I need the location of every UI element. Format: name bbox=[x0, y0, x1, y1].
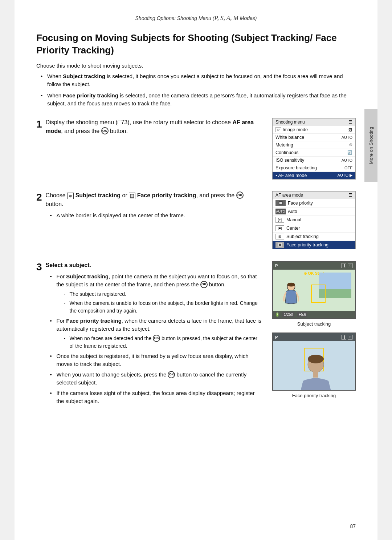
menu-item-af-area: ▪ AF area mode AUTO ▶ bbox=[273, 172, 355, 179]
step-3-content: Select a subject. For Subject tracking, … bbox=[46, 261, 261, 408]
intro-text: Choose this mode to shoot moving subject… bbox=[36, 63, 356, 69]
step-1-para: Display the shooting menu (□73), use the… bbox=[46, 118, 261, 136]
modes-text: P, S, A, M bbox=[214, 15, 238, 21]
subject-tracking-preview: P ▐ □ ⊙ OK Start bbox=[272, 261, 356, 319]
af-label-face-priority: Face priority bbox=[288, 201, 313, 206]
step-2-section: 2 Choose ⊕ Subject tracking or 🔲 Face pr… bbox=[36, 191, 356, 249]
step-3-bullet-yellow: Once the subject is registered, it is fr… bbox=[50, 352, 261, 368]
step-3-number: 3 bbox=[36, 261, 42, 273]
af-label-center: Center bbox=[286, 226, 300, 231]
step-2-bullets: A white border is displayed at the cente… bbox=[46, 211, 261, 220]
step-3-text: 3 Select a subject. For Subject tracking… bbox=[36, 261, 261, 408]
subject-figure bbox=[280, 282, 302, 311]
step-2-para: Choose ⊕ Subject tracking or 🔲 Face prio… bbox=[46, 191, 261, 209]
af-item-manual: [+] Manual bbox=[273, 216, 355, 224]
menu-label-exposure: Exposure bracketing bbox=[275, 165, 317, 170]
dash-unable: When the camera is unable to focus on th… bbox=[64, 299, 261, 315]
menu-val-iso: AUTO bbox=[342, 158, 352, 162]
menu-item-continuous: Continuous 🔄 bbox=[273, 149, 355, 157]
svg-point-5 bbox=[287, 282, 295, 286]
aperture-value: F5.6 bbox=[297, 312, 307, 317]
menu-val-continuous: 🔄 bbox=[347, 150, 352, 155]
menu-label-iso: ISO sensitivity bbox=[275, 158, 304, 163]
face-figure bbox=[299, 354, 328, 390]
shutter-value: 1/250 bbox=[282, 312, 294, 317]
af-item-center: [■] Center bbox=[273, 224, 355, 233]
tracking-box bbox=[311, 285, 326, 303]
page-title: Focusing on Moving Subjects for Shooting… bbox=[36, 32, 356, 57]
af-tag-center: [■] bbox=[275, 225, 284, 231]
subject-svg bbox=[280, 282, 302, 311]
header-text: Shooting Options: Shooting Menu (P, S, A… bbox=[135, 15, 257, 21]
svg-point-7 bbox=[308, 355, 324, 363]
step-3-bullet-loses: If the camera loses sight of the subject… bbox=[50, 389, 261, 406]
face-tracking-caption: Face priority tracking bbox=[272, 393, 356, 398]
af-menu-title-label: AF area mode bbox=[275, 193, 303, 198]
step-1-number: 1 bbox=[36, 118, 42, 130]
af-label-face-tracking: Face priority tracking bbox=[286, 242, 328, 247]
af-label-subject: Subject tracking bbox=[286, 234, 319, 239]
ok-button-icon-2: OK bbox=[236, 192, 244, 199]
menu-label-metering: Metering bbox=[275, 142, 293, 148]
ok-btn-3b: OK bbox=[153, 335, 160, 342]
menu-item-white-balance: White balance AUTO bbox=[273, 134, 355, 141]
face-tracking-preview: P ▐ □ bbox=[272, 333, 356, 391]
preview-top-bar: P ▐ □ bbox=[273, 262, 355, 270]
af-label-auto: Auto bbox=[288, 209, 297, 214]
af-tag-face-tracking: 🔳 bbox=[275, 242, 284, 248]
menu-val-metering: ⊕ bbox=[349, 142, 352, 147]
step-3-dashes-face: When no faces are detected and the OK bu… bbox=[57, 335, 261, 350]
dash-no-face: When no faces are detected and the OK bu… bbox=[64, 335, 261, 350]
step-1-text: 1 Display the shooting menu (□73), use t… bbox=[36, 118, 261, 138]
page-number: 87 bbox=[350, 523, 356, 529]
step-3-bullet-subject: For Subject tracking, point the camera a… bbox=[50, 273, 261, 315]
intro-bullet-2: When Face priority tracking is selected,… bbox=[41, 92, 356, 108]
af-tag-manual: [+] bbox=[275, 217, 284, 223]
step-1-content: Display the shooting menu (□73), use the… bbox=[46, 118, 261, 138]
ok-btn-3a: OK bbox=[200, 281, 208, 288]
shooting-menu-title-label: Shooting menu bbox=[275, 120, 305, 125]
face-p-badge: P bbox=[275, 335, 278, 339]
svg-rect-8 bbox=[313, 372, 318, 378]
subject-tracking-bold: Subject tracking bbox=[63, 73, 105, 79]
face-icon-card: □ bbox=[348, 335, 353, 340]
side-tab-label: More on Shooting bbox=[368, 127, 374, 164]
ok-button-icon: OK bbox=[101, 127, 109, 134]
face-svg bbox=[299, 354, 332, 391]
step-1-section: 1 Display the shooting menu (□73), use t… bbox=[36, 118, 356, 180]
intro-bullets: When Subject tracking is selected, it be… bbox=[36, 72, 356, 108]
step-2-number: 2 bbox=[36, 191, 42, 203]
step-3-bullets: For Subject tracking, point the camera a… bbox=[46, 273, 261, 406]
menu-val-image-mode: 🖼 bbox=[348, 128, 352, 132]
dash-registered: The subject is registered. bbox=[64, 290, 261, 298]
side-tab: More on Shooting bbox=[364, 109, 377, 182]
icon-battery: ▐ bbox=[341, 263, 346, 268]
step-3-bullet-change: When you want to change subjects, press … bbox=[50, 371, 261, 387]
af-item-subject-tracking: ⊞ Subject tracking bbox=[273, 233, 355, 241]
menu-val-white-balance: AUTO bbox=[342, 135, 352, 140]
menu-label-continuous: Continuous bbox=[275, 150, 298, 155]
page: More on Shooting Shooting Options: Shoot… bbox=[15, 0, 377, 540]
intro-bullet-1: When Subject tracking is selected, it be… bbox=[41, 72, 356, 89]
menu-item-iso: ISO sensitivity AUTO bbox=[273, 157, 355, 164]
menu-label-image-mode: P Image mode bbox=[275, 127, 308, 132]
camera-previews: P ▐ □ ⊙ OK Start bbox=[272, 261, 356, 398]
menu-val-af-area: AUTO ▶ bbox=[338, 173, 352, 178]
af-menu-icon: ☰ bbox=[348, 193, 352, 198]
af-label-manual: Manual bbox=[286, 217, 301, 222]
step-3-layout: 3 Select a subject. For Subject tracking… bbox=[36, 261, 356, 408]
shooting-menu-icon: ☰ bbox=[348, 120, 352, 125]
af-item-auto: AUTO Auto bbox=[273, 207, 355, 216]
step-3-heading: Select a subject. bbox=[46, 261, 261, 270]
subject-tracking-caption: Subject tracking bbox=[272, 321, 356, 327]
af-menu-title: AF area mode ☰ bbox=[273, 192, 355, 199]
shooting-menu-title: Shooting menu ☰ bbox=[273, 118, 355, 126]
af-tag-auto: AUTO bbox=[275, 209, 286, 214]
af-item-face-priority: 🔲 Face priority bbox=[273, 199, 355, 207]
step-3-section: 3 Select a subject. For Subject tracking… bbox=[36, 261, 356, 408]
battery-indicator: 🔋 bbox=[275, 313, 279, 317]
af-tag-face-priority: 🔲 bbox=[275, 200, 286, 206]
menu-val-exposure: OFF bbox=[344, 166, 352, 170]
face-preview-top-bar: P ▐ □ bbox=[273, 333, 355, 341]
step-2-bullet-1: A white border is displayed at the cente… bbox=[50, 211, 261, 220]
